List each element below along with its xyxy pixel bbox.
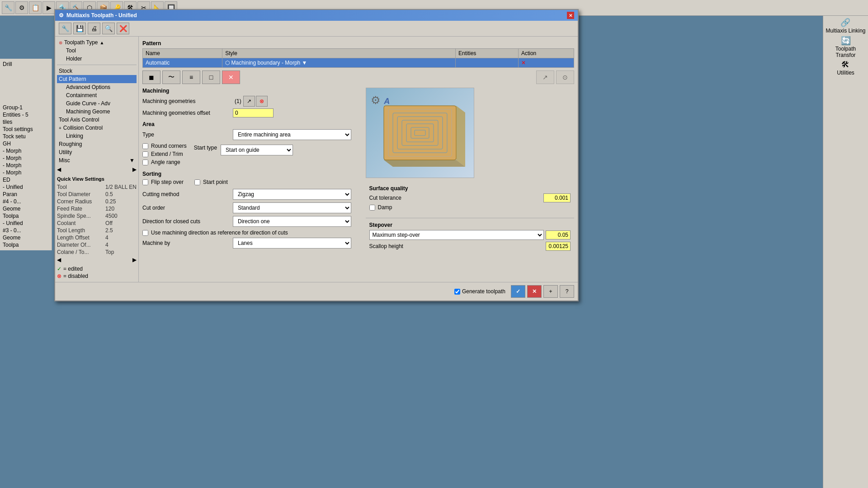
group-item[interactable]: Paran xyxy=(2,191,50,198)
group-item[interactable]: Group-1 xyxy=(2,104,50,111)
group-item[interactable]: Tock setu xyxy=(2,133,50,140)
tree-item-guide-curve[interactable]: Guide Curve - Adv xyxy=(57,99,137,108)
tree-label: Guide Curve - Adv xyxy=(66,100,110,107)
toolbar-btn-2[interactable]: ⚙ xyxy=(15,1,28,14)
angle-range-checkbox[interactable] xyxy=(142,160,148,165)
max-stepover-input[interactable] xyxy=(546,230,571,239)
right-panel-transform[interactable]: 🔄 Toolpath Transfor xyxy=(825,36,866,58)
right-panel-multiaxis[interactable]: 🔗 Multiaxis Linking xyxy=(826,18,865,34)
cut-tolerance-input[interactable] xyxy=(543,193,571,202)
pattern-btn-circle[interactable]: ⊙ xyxy=(556,70,574,84)
tool-btn-wrench[interactable]: 🔧 xyxy=(59,23,71,34)
geom-select-btn[interactable]: ↗ xyxy=(243,96,255,107)
dropdown-arrow[interactable]: ▼ xyxy=(302,60,307,66)
scroll-down-icon: ▼ xyxy=(129,157,135,164)
extend-trim-checkbox[interactable] xyxy=(142,151,148,157)
generate-toolpath-checkbox[interactable] xyxy=(454,289,460,295)
close-button[interactable]: ✕ xyxy=(567,12,574,19)
tree-item-stock[interactable]: Stock xyxy=(57,67,137,75)
tree-item-cut-pattern[interactable]: Cut Pattern xyxy=(57,75,137,83)
offset-input[interactable] xyxy=(233,108,274,117)
group-item[interactable]: Drill xyxy=(2,61,50,68)
area-type-select[interactable]: Entire machining area xyxy=(233,129,351,140)
group-item[interactable]: Geome xyxy=(2,234,50,241)
pattern-row[interactable]: Automatic ⬡ Machining boundary - Morph ▼… xyxy=(143,58,574,68)
tree-item-toolpath-type[interactable]: ⊗ Toolpath Type ▲ xyxy=(57,38,137,47)
group-item[interactable]: - Morph xyxy=(2,162,50,169)
ok-icon: ✓ xyxy=(516,288,520,295)
main-panel: Pattern Name Style Entities Action Autom… xyxy=(139,37,578,282)
group-item[interactable]: tiles xyxy=(2,118,50,126)
ok-button[interactable]: ✓ xyxy=(511,285,525,298)
toolbar-btn-4[interactable]: ▶ xyxy=(42,1,55,14)
help-button[interactable]: ? xyxy=(560,285,574,298)
tree-item-tool[interactable]: Tool xyxy=(57,47,137,55)
pattern-btn-3d[interactable]: ◼ xyxy=(142,70,160,84)
toolbar-btn-1[interactable]: 🔧 xyxy=(2,1,14,14)
tool-btn-print[interactable]: 🖨 xyxy=(88,23,100,34)
pattern-action-cell[interactable]: ✕ xyxy=(518,58,574,68)
group-item[interactable]: #3 - 0... xyxy=(2,227,50,234)
geom-delete-btn[interactable]: ⊗ xyxy=(256,96,268,107)
right-panel-utilities[interactable]: 🛠 Utilities xyxy=(837,60,854,76)
group-item[interactable]: - Morph xyxy=(2,169,50,176)
pattern-btn-wave[interactable]: 〜 xyxy=(162,70,180,84)
group-item[interactable]: #4 - 0... xyxy=(2,198,50,205)
tree-item-utility[interactable]: Utility xyxy=(57,148,137,156)
tree-item-advanced-options[interactable]: Advanced Options xyxy=(57,83,137,91)
group-item[interactable]: Toolpa xyxy=(2,241,50,249)
tree-item-collision[interactable]: + Collision Control xyxy=(57,124,137,132)
group-item[interactable]: ED xyxy=(2,176,50,183)
group-item[interactable]: - Unified xyxy=(2,220,50,227)
machine-by-select[interactable]: Lanes xyxy=(233,238,351,249)
tool-btn-delete[interactable]: ❌ xyxy=(117,23,129,34)
tree-item-holder[interactable]: Holder xyxy=(57,55,137,63)
group-item[interactable]: Geome xyxy=(2,205,50,212)
tree-item-roughing[interactable]: Roughing xyxy=(57,140,137,148)
tree-item-misc[interactable]: Misc ▼ xyxy=(57,156,137,164)
scroll-right-icon[interactable]: ▶ xyxy=(132,166,137,173)
qv-scroll-left[interactable]: ◀ xyxy=(57,257,61,263)
group-item[interactable]: Entities - 5 xyxy=(2,111,50,118)
svg-marker-8 xyxy=(456,106,465,167)
round-corners-row: Round corners xyxy=(142,143,187,149)
tree-item-linking[interactable]: Linking xyxy=(57,132,137,140)
scallop-height-input[interactable] xyxy=(546,242,571,251)
pattern-btn-lines[interactable]: ≡ xyxy=(182,70,200,84)
direction-select[interactable]: Direction one xyxy=(233,216,351,227)
add-button[interactable]: + xyxy=(543,285,558,298)
group-item[interactable]: Tool settings xyxy=(2,126,50,133)
dialog-title-text: Multiaxis Toolpath - Unified xyxy=(66,12,137,19)
machine-by-label: Machine by xyxy=(142,240,233,246)
pattern-btn-box[interactable]: □ xyxy=(202,70,220,84)
tree-item-containment[interactable]: Containment xyxy=(57,91,137,99)
start-point-checkbox[interactable] xyxy=(194,179,200,185)
tool-btn-search[interactable]: 🔍 xyxy=(102,23,115,34)
use-machining-dir-checkbox[interactable] xyxy=(142,230,148,236)
round-corners-checkbox[interactable] xyxy=(142,143,148,149)
cut-order-select[interactable]: Standard xyxy=(233,202,351,213)
group-item[interactable]: - Unified xyxy=(2,183,50,191)
toolbar-btn-3[interactable]: 📋 xyxy=(29,1,42,14)
tree-label: Tool Axis Control xyxy=(59,117,99,123)
dialog-content: ⊗ Toolpath Type ▲ Tool Holder Stock Cut … xyxy=(55,37,578,282)
pattern-btn-delete[interactable]: ✕ xyxy=(222,70,240,84)
pattern-btn-arrow[interactable]: ↗ xyxy=(536,70,554,84)
qv-scroll-right[interactable]: ▶ xyxy=(132,257,137,263)
cancel-button[interactable]: ✕ xyxy=(527,285,542,298)
group-item[interactable]: - Morph xyxy=(2,147,50,155)
group-item[interactable]: GH xyxy=(2,140,50,147)
flip-step-checkbox[interactable] xyxy=(142,179,148,185)
tree-item-machining-geom[interactable]: Machining Geome xyxy=(57,108,137,116)
group-item[interactable]: Toolpa xyxy=(2,212,50,220)
tree-item-tool-axis[interactable]: Tool Axis Control xyxy=(57,116,137,124)
tool-btn-save[interactable]: 💾 xyxy=(73,23,86,34)
scroll-left-icon[interactable]: ◀ xyxy=(57,166,61,173)
dialog-titlebar: ⚙ Multiaxis Toolpath - Unified ✕ xyxy=(55,10,578,21)
damp-checkbox[interactable] xyxy=(369,205,375,211)
max-stepover-select[interactable]: Maximum step-over xyxy=(369,230,544,240)
group-item[interactable]: - Morph xyxy=(2,155,50,162)
cutting-method-select[interactable]: Zigzag xyxy=(233,189,351,200)
area-type-row: Type Entire machining area xyxy=(142,129,351,140)
start-type-select[interactable]: Start on guide xyxy=(221,145,293,155)
